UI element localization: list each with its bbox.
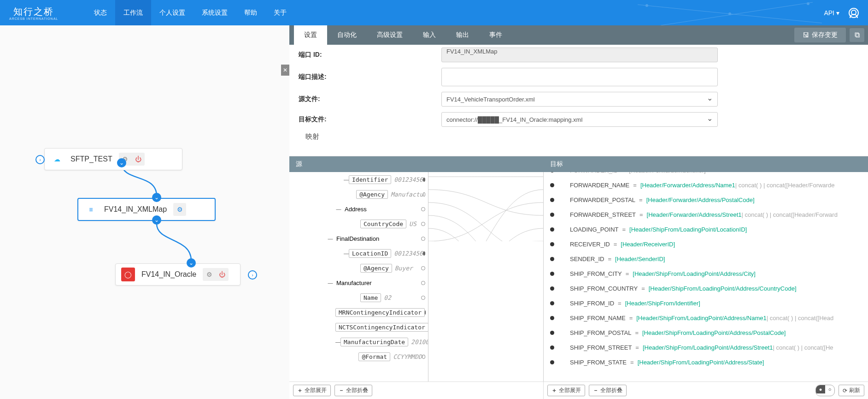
connection-dot[interactable] — [550, 272, 554, 276]
connection-dot[interactable] — [550, 257, 554, 261]
nav-item-3[interactable]: 系统设置 — [194, 0, 236, 25]
collapse-all-source-button[interactable]: －全部折叠 — [334, 385, 372, 396]
target-row[interactable]: SHIP_FROM_POSTAL = [Header/ShipFrom/Load… — [544, 325, 868, 340]
tree-row[interactable]: @AgencyBuyer — [289, 261, 428, 275]
tree-row[interactable]: MRNContingencyIndicator — [289, 305, 428, 320]
connection-dot[interactable] — [421, 281, 425, 285]
tree-row[interactable]: —Identifier00123456 — [289, 172, 428, 187]
refresh-button[interactable]: ⟳刷新 — [839, 385, 864, 396]
connection-dot[interactable] — [550, 345, 554, 350]
source-tree[interactable]: —Identifier00123456@AgencyManufactu—Addr… — [289, 172, 428, 381]
target-row[interactable]: LOADING_POINT = [Header/ShipFrom/Loading… — [544, 222, 868, 237]
target-row[interactable]: SHIP_FROM_STREET = [Header/ShipFrom/Load… — [544, 340, 868, 355]
target-row[interactable]: SHIP_FROM_NAME = [Header/ShipFrom/Loadin… — [544, 310, 868, 325]
connection-dot[interactable] — [421, 222, 425, 226]
tree-toggle-icon[interactable]: — — [327, 280, 334, 286]
tree-row[interactable]: —Address — [289, 202, 428, 216]
flow-node-xmlmap[interactable]: ≣ FV14_IN_XMLMap ⚙ — [77, 198, 216, 221]
connection-dot[interactable] — [550, 227, 554, 232]
connection-dot[interactable] — [550, 331, 554, 335]
target-row[interactable]: FORWARDER_ID = [Header/Forwarder/Identif… — [544, 172, 868, 178]
flow-node-oracle[interactable]: ◯ FV14_IN_Oracle ⚙ ⏻ — [115, 263, 240, 286]
tab-4[interactable]: 输出 — [446, 25, 479, 45]
target-row[interactable]: SHIP_FROM_COUNTRY = [Header/ShipFrom/Loa… — [544, 281, 868, 296]
gear-icon[interactable]: ⚙ — [204, 269, 214, 280]
tab-3[interactable]: 输入 — [413, 25, 446, 45]
target-field: SENDER_ID — [570, 256, 604, 262]
tree-row[interactable]: —LocationID00123456 — [289, 246, 428, 261]
nav-item-5[interactable]: 关于 — [265, 0, 295, 25]
connection-dot[interactable] — [423, 251, 425, 256]
port-in-top[interactable]: ⌄ — [152, 193, 161, 202]
expand-all-source-button[interactable]: ＋全部展开 — [293, 385, 331, 396]
target-row[interactable]: SHIP_FROM_ID = [Header/ShipFrom/Identifi… — [544, 296, 868, 310]
connection-dot[interactable] — [423, 178, 425, 182]
tree-row[interactable]: —ManufacturingDate20100 — [289, 334, 428, 349]
tree-toggle-icon[interactable]: — — [335, 339, 340, 345]
target-row[interactable]: FORWARDER_POSTAL = [Header/Forwarder/Add… — [544, 192, 868, 207]
target-row[interactable]: FORWARDER_NAME = [Header/Forwarder/Addre… — [544, 178, 868, 192]
tree-row[interactable]: NCTSContingencyIndicator — [289, 320, 428, 334]
nav-item-4[interactable]: 帮助 — [236, 0, 265, 25]
nav-item-2[interactable]: 个人设置 — [151, 0, 194, 25]
api-dropdown[interactable]: API ▾ — [824, 9, 839, 17]
tab-1[interactable]: 自动化 — [327, 25, 367, 45]
connection-dot[interactable] — [550, 172, 554, 173]
tab-0[interactable]: 设置 — [294, 25, 327, 45]
connection-dot[interactable] — [550, 213, 554, 217]
tree-toggle-icon[interactable]: — — [344, 250, 349, 256]
port-out-bottom[interactable]: ⌄ — [152, 215, 161, 225]
tree-row[interactable]: CountryCodeUS — [289, 216, 428, 231]
target-file-select[interactable]: connector://█████_FV14_IN_Oracle:mapping… — [441, 112, 718, 127]
connection-dot[interactable] — [550, 316, 554, 320]
connection-dot[interactable] — [423, 192, 425, 197]
connection-dot[interactable] — [421, 296, 425, 300]
power-icon[interactable]: ⏻ — [133, 154, 143, 164]
tree-row[interactable]: —FinalDestination — [289, 231, 428, 246]
connection-dot[interactable] — [421, 207, 425, 211]
tree-row[interactable]: @AgencyManufactu — [289, 187, 428, 202]
connection-dot[interactable] — [421, 237, 425, 241]
port-in-top[interactable]: ⌄ — [187, 258, 196, 268]
port-desc-input[interactable] — [441, 68, 718, 86]
popout-icon[interactable]: ⧉ — [850, 28, 864, 42]
expand-all-target-button[interactable]: ＋全部展开 — [547, 385, 585, 396]
tree-row[interactable]: Name02 — [289, 290, 428, 305]
gear-icon[interactable]: ⚙ — [175, 204, 185, 214]
nav-item-0[interactable]: 状态 — [86, 0, 115, 25]
tree-toggle-icon[interactable]: — — [335, 206, 342, 212]
connection-dot[interactable] — [550, 286, 554, 291]
connection-dot[interactable] — [550, 183, 554, 187]
tree-row[interactable]: @FormatCCYYMMDD — [289, 349, 428, 364]
power-icon[interactable]: ⏻ — [217, 269, 227, 280]
target-row[interactable]: SHIP_FROM_CITY = [Header/ShipFrom/Loadin… — [544, 266, 868, 281]
view-toggle[interactable]: ●○ — [815, 385, 835, 396]
source-file-select[interactable]: FV14_VehicleTransportOrder.xml — [441, 92, 718, 107]
connection-dot[interactable] — [550, 198, 554, 202]
connection-dot[interactable] — [550, 242, 554, 246]
workflow-canvas[interactable]: ✕ ☁ SFTP_TEST ⚙ ⏻ › ⌄ ≣ FV14_IN_XMLMap ⚙… — [0, 25, 289, 399]
tab-5[interactable]: 事件 — [479, 25, 512, 45]
target-row[interactable]: FORWARDER_STREET = [Header/Forwarder/Add… — [544, 207, 868, 222]
target-row[interactable]: RECEIVER_ID = [Header/ReceiverID] — [544, 237, 868, 251]
tree-row[interactable]: —Manufacturer — [289, 275, 428, 290]
tab-2[interactable]: 高级设置 — [367, 25, 413, 45]
connection-dot[interactable] — [550, 360, 554, 364]
user-icon[interactable] — [849, 8, 859, 18]
collapse-all-target-button[interactable]: －全部折叠 — [589, 385, 627, 396]
connection-dot[interactable] — [422, 355, 425, 359]
nav-item-1[interactable]: 工作流 — [115, 0, 151, 25]
port-out-right[interactable]: › — [248, 270, 257, 280]
connection-dot[interactable] — [550, 301, 554, 305]
tree-toggle-icon[interactable]: — — [344, 177, 349, 182]
flow-node-sftp[interactable]: ☁ SFTP_TEST ⚙ ⏻ — [44, 148, 182, 170]
target-tree[interactable]: FORWARDER_ID = [Header/Forwarder/Identif… — [544, 172, 868, 381]
connection-dot[interactable] — [425, 310, 426, 315]
port-in-left[interactable]: › — [35, 155, 45, 164]
connection-dot[interactable] — [421, 266, 425, 270]
target-row[interactable]: SHIP_FROM_STATE = [Header/ShipFrom/Loadi… — [544, 355, 868, 369]
target-row[interactable]: SENDER_ID = [Header/SenderID] — [544, 251, 868, 266]
port-out-bottom[interactable]: ⌄ — [117, 158, 126, 167]
tree-toggle-icon[interactable]: — — [327, 236, 334, 241]
save-button[interactable]: 🖫 保存变更 — [794, 28, 846, 42]
